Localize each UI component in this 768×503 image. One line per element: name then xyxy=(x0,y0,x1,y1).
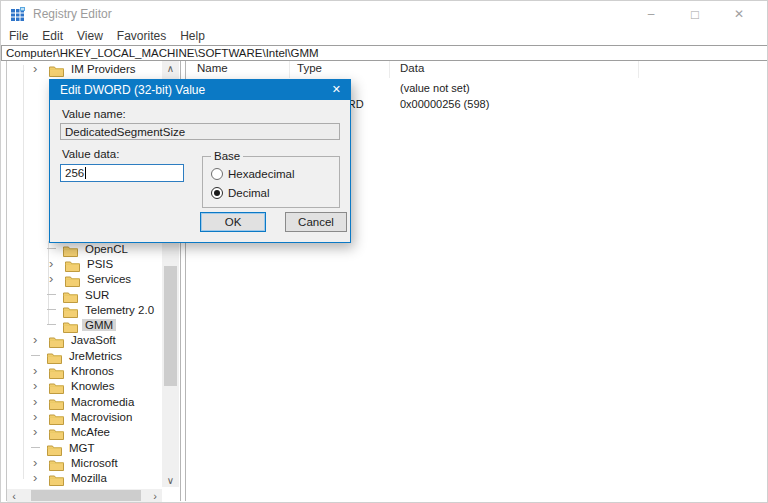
tree-horizontal-scrollbar[interactable]: ‹ › xyxy=(7,489,162,502)
base-group: Base Hexadecimal Decimal xyxy=(202,156,340,208)
dialog-titlebar[interactable]: Edit DWORD (32-bit) Value ✕ xyxy=(50,80,350,100)
column-header-data[interactable]: Data xyxy=(400,62,424,74)
tree-item-label: Macromedia xyxy=(68,396,137,408)
tree-item-label: Macrovision xyxy=(68,411,135,423)
tree-item-microsoft[interactable]: › Microsoft xyxy=(7,455,162,470)
tree-item-label: Mozilla xyxy=(68,472,110,484)
menu-item-edit[interactable]: Edit xyxy=(35,29,70,43)
text-caret xyxy=(85,167,86,179)
tree-item-label: SUR xyxy=(82,289,112,301)
chevron-right-icon[interactable]: › xyxy=(31,63,49,75)
menu-item-view[interactable]: View xyxy=(70,29,110,43)
tree-item-psis[interactable]: › PSIS xyxy=(7,256,162,271)
cancel-button[interactable]: Cancel xyxy=(285,212,347,232)
radio-option-hexadecimal[interactable]: Hexadecimal xyxy=(211,167,294,181)
vertical-scrollbar-thumb[interactable] xyxy=(164,266,177,386)
list-header-row: NameTypeData xyxy=(187,61,767,78)
folder-icon xyxy=(63,289,78,301)
tree-item-mozilla[interactable]: › Mozilla xyxy=(7,470,162,485)
chevron-right-icon[interactable]: › xyxy=(47,258,65,270)
chevron-right-icon[interactable]: › xyxy=(31,365,49,377)
folder-icon xyxy=(49,334,64,346)
chevron-right-icon[interactable]: › xyxy=(31,411,49,423)
horizontal-scrollbar-thumb[interactable] xyxy=(31,490,141,501)
column-separator[interactable] xyxy=(638,61,639,78)
window-title: Registry Editor xyxy=(33,7,112,21)
column-separator[interactable] xyxy=(389,61,390,78)
radio-option-decimal[interactable]: Decimal xyxy=(211,186,270,200)
chevron-right-icon[interactable]: › xyxy=(31,426,49,438)
tree-item-opencl[interactable]: OpenCL xyxy=(7,241,162,256)
tree-item-javasoft[interactable]: › JavaSoft xyxy=(7,333,162,348)
radio-button-icon[interactable] xyxy=(211,168,223,180)
close-icon[interactable]: ✕ xyxy=(717,1,761,27)
folder-icon xyxy=(49,63,64,75)
value-data-cell: (value not set) xyxy=(400,82,470,94)
value-name-field[interactable]: DedicatedSegmentSize xyxy=(60,123,340,140)
tree-connector xyxy=(47,294,56,296)
tree-item-label: JavaSoft xyxy=(68,334,119,346)
tree-item-knowles[interactable]: › Knowles xyxy=(7,379,162,394)
menu-item-file[interactable]: File xyxy=(1,29,35,43)
tree-item-services[interactable]: › Services xyxy=(7,272,162,287)
folder-icon xyxy=(49,365,64,377)
chevron-right-icon[interactable]: › xyxy=(47,273,65,285)
tree-item-mcafee[interactable]: › McAfee xyxy=(7,425,162,440)
value-name-text: DedicatedSegmentSize xyxy=(65,126,185,138)
dialog-close-icon[interactable]: ✕ xyxy=(332,83,341,96)
tree-item-label: PSIS xyxy=(84,258,116,270)
tree-item-macrovision[interactable]: › Macrovision xyxy=(7,409,162,424)
registry-tree: › IM Providers xyxy=(7,61,162,77)
address-bar[interactable]: Computer\HKEY_LOCAL_MACHINE\SOFTWARE\Int… xyxy=(1,45,768,61)
scroll-down-icon[interactable]: ∨ xyxy=(162,473,179,487)
radio-label: Decimal xyxy=(228,187,270,199)
folder-icon xyxy=(65,258,80,270)
window-titlebar[interactable]: Registry Editor – □ ✕ xyxy=(1,1,767,27)
column-separator[interactable] xyxy=(289,61,290,78)
value-data-text: 256 xyxy=(65,167,84,179)
menu-item-favorites[interactable]: Favorites xyxy=(110,29,173,43)
tree-item-gmm[interactable]: GMM xyxy=(7,317,162,332)
column-header-type[interactable]: Type xyxy=(297,62,322,74)
tree-item-sur[interactable]: SUR xyxy=(7,287,162,302)
menu-bar: FileEditViewFavoritesHelp xyxy=(1,27,767,44)
tree-item-khronos[interactable]: › Khronos xyxy=(7,363,162,378)
tree-item-label: MGT xyxy=(66,442,98,454)
ok-button[interactable]: OK xyxy=(200,212,266,232)
chevron-right-icon[interactable]: › xyxy=(31,472,49,484)
tree-item-telemetry-2-0[interactable]: Telemetry 2.0 xyxy=(7,302,162,317)
tree-item-jremetrics[interactable]: JreMetrics xyxy=(7,348,162,363)
folder-icon xyxy=(65,273,80,285)
tree-item-label: McAfee xyxy=(68,426,113,438)
chevron-right-icon[interactable]: › xyxy=(31,457,49,469)
folder-icon xyxy=(63,243,78,255)
tree-item-label: GMM xyxy=(82,319,116,331)
tree-item-label: Telemetry 2.0 xyxy=(82,304,157,316)
value-data-input[interactable]: 256 xyxy=(60,164,184,182)
tree-connector xyxy=(47,248,56,250)
chevron-right-icon[interactable]: › xyxy=(31,380,49,392)
menu-item-help[interactable]: Help xyxy=(173,29,212,43)
value-data-cell: 0x00000256 (598) xyxy=(400,98,489,110)
scroll-left-icon[interactable]: ‹ xyxy=(7,489,21,502)
tree-item-label: Knowles xyxy=(68,380,117,392)
value-name-label: Value name: xyxy=(62,108,126,120)
scroll-right-icon[interactable]: › xyxy=(148,489,162,502)
tree-item-label: Microsoft xyxy=(68,457,121,469)
radio-label: Hexadecimal xyxy=(228,168,294,180)
folder-icon xyxy=(49,396,64,408)
base-group-label: Base xyxy=(211,150,243,162)
minimize-icon[interactable]: – xyxy=(629,1,673,27)
tree-item-im-providers[interactable]: › IM Providers xyxy=(7,61,162,76)
tree-connector xyxy=(31,355,40,357)
folder-icon xyxy=(47,350,62,362)
window-controls: – □ ✕ xyxy=(629,1,761,27)
column-header-name[interactable]: Name xyxy=(197,62,228,74)
tree-item-macromedia[interactable]: › Macromedia xyxy=(7,394,162,409)
maximize-icon[interactable]: □ xyxy=(673,1,717,27)
chevron-right-icon[interactable]: › xyxy=(31,396,49,408)
scroll-up-icon[interactable]: ∧ xyxy=(162,61,179,75)
radio-button-icon[interactable] xyxy=(211,187,223,199)
chevron-right-icon[interactable]: › xyxy=(31,334,49,346)
tree-item-mgt[interactable]: MGT xyxy=(7,440,162,455)
